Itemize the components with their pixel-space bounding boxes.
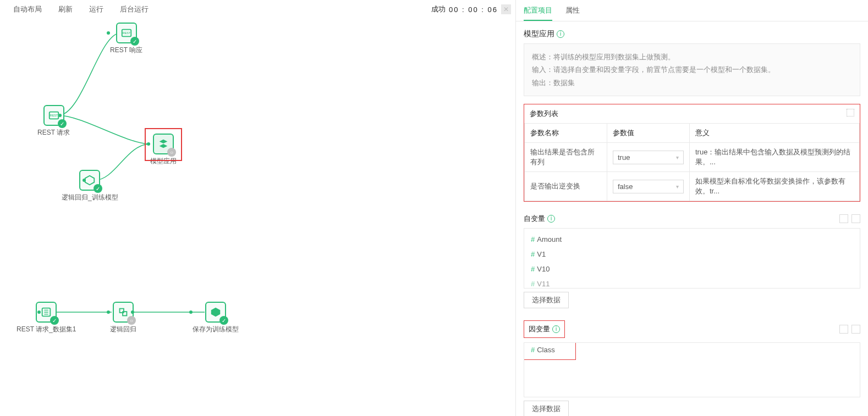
desc-line: 输入：请选择自变量和因变量字段，前置节点需要是一个模型和一个数据集。 [532, 63, 852, 76]
dvars-list[interactable]: #Class [524, 342, 860, 397]
svg-text:REST: REST [122, 31, 130, 35]
desc-line: 概述：将训练的模型应用到数据集上做预测。 [532, 51, 852, 63]
node-label: REST 响应 [110, 46, 142, 54]
param-row: 输出结果是否包含所有列 true ▾ true：输出结果中包含输入数据及模型预测… [525, 143, 860, 172]
run-status: 成功 00 : 00 : 06 ✕ [431, 4, 511, 14]
chevron-down-icon: ▾ [676, 154, 679, 160]
node-rest-response[interactable]: REST ✓ REST 响应 [110, 23, 142, 55]
select-data-button[interactable]: 选择数据 [524, 292, 569, 308]
clear-icon[interactable] [851, 325, 860, 334]
node-label: 逻辑回归 [110, 325, 136, 333]
var-item[interactable]: #V10 [524, 262, 860, 276]
node-label: 保存为训练模型 [193, 325, 239, 333]
section-title: 模型应用 i [524, 29, 860, 39]
neutral-icon: ○ [127, 316, 136, 325]
run-status-time: 00 : 00 : 06 [449, 5, 498, 14]
param-col-value: 参数值 [607, 124, 690, 143]
select-data-button[interactable]: 选择数据 [524, 401, 569, 416]
tab-config[interactable]: 配置项目 [524, 0, 552, 21]
var-item[interactable]: #Amount [524, 232, 860, 247]
param-list-title: 参数列表 [530, 109, 558, 119]
node-label: REST 请求 [37, 129, 70, 136]
param-col-name: 参数名称 [525, 124, 607, 143]
info-icon[interactable]: i [557, 30, 564, 38]
var-item[interactable]: #V1 [524, 247, 860, 262]
info-icon[interactable]: i [547, 215, 555, 223]
tab-props[interactable]: 属性 [565, 0, 580, 21]
param-row: 是否输出逆变换 false ▾ 如果模型来自标准化等数据变换操作，该参数有效。t… [525, 172, 860, 201]
tabs: 配置项目 属性 [516, 0, 868, 21]
svg-text:REST: REST [50, 114, 58, 117]
svg-marker-4 [85, 176, 95, 185]
param-col-meaning: 意义 [690, 124, 860, 143]
description-box: 概述：将训练的模型应用到数据集上做预测。 输入：请选择自变量和因变量字段，前置节… [524, 43, 860, 96]
copy-icon[interactable] [839, 325, 848, 334]
svg-marker-8 [211, 308, 221, 317]
run-button[interactable]: 运行 [89, 4, 103, 14]
dvars-title: 因变量 [529, 324, 550, 334]
param-table: 参数名称 参数值 意义 输出结果是否包含所有列 true ▾ true：输出结果… [524, 123, 860, 201]
check-icon: ✓ [94, 184, 102, 193]
node-save-train-model[interactable]: ✓ 保存为训练模型 [193, 302, 239, 334]
ivars-list[interactable]: #Amount #V1 #V10 #V11 [524, 228, 860, 289]
expand-icon[interactable] [847, 109, 854, 117]
check-icon: ✓ [50, 316, 59, 325]
node-model-apply[interactable]: ○ 模型应用 [150, 134, 177, 166]
desc-line: 输出：数据集 [532, 76, 852, 89]
chevron-down-icon: ▾ [676, 184, 679, 190]
copy-icon[interactable] [839, 214, 848, 223]
check-icon: ✓ [219, 316, 228, 325]
canvas-panel[interactable]: 自动布局 刷新 运行 后台运行 成功 00 : 00 : 06 ✕ REST ✓… [0, 0, 516, 416]
var-item[interactable]: #V11 [524, 276, 860, 289]
node-rest-request[interactable]: REST ✓ REST 请求 [37, 105, 70, 137]
neutral-icon: ○ [167, 148, 176, 157]
info-icon[interactable]: i [552, 325, 560, 333]
ivars-section: 自变量 i #Amount #V1 #V10 #V11 选择数据 [524, 209, 860, 308]
node-logistic-regression[interactable]: ○ 逻辑回归 [110, 302, 136, 334]
node-label: REST 请求_数据集1 [17, 325, 76, 333]
bg-run-button[interactable]: 后台运行 [120, 4, 149, 14]
param-value-select[interactable]: false ▾ [613, 180, 684, 193]
node-label: 逻辑回归_训练模型 [62, 193, 118, 201]
param-value-select[interactable]: true ▾ [613, 151, 684, 164]
node-logistic-train[interactable]: ✓ 逻辑回归_训练模型 [62, 170, 118, 202]
run-status-label: 成功 [431, 4, 446, 14]
check-icon: ✓ [58, 119, 67, 128]
var-item[interactable]: #Class [524, 342, 575, 357]
param-list-box: 参数列表 参数名称 参数值 意义 输出结果是否包含所有列 true ▾ [524, 104, 860, 202]
ivars-title: 自变量 [524, 214, 545, 224]
dvars-section: 因变量 i #Class 选择数据 [524, 316, 860, 416]
close-icon[interactable]: ✕ [501, 4, 511, 14]
auto-layout-button[interactable]: 自动布局 [13, 4, 42, 14]
refresh-button[interactable]: 刷新 [58, 4, 73, 14]
node-rest-request-dataset[interactable]: ✓ REST 请求_数据集1 [17, 302, 76, 334]
check-icon: ✓ [130, 37, 139, 46]
clear-icon[interactable] [851, 214, 860, 223]
right-panel: 配置项目 属性 模型应用 i 概述：将训练的模型应用到数据集上做预测。 输入：请… [516, 0, 868, 416]
